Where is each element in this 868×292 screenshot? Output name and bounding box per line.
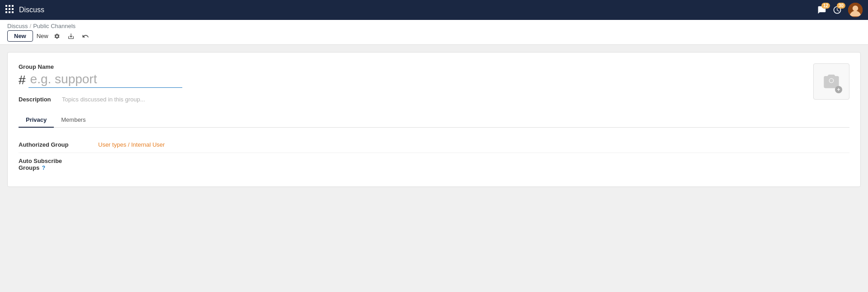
svg-rect-0 [5, 5, 7, 7]
clock-badge: 30 [837, 3, 845, 9]
tab-members[interactable]: Members [54, 113, 93, 128]
group-name-label: Group Name [19, 63, 849, 70]
plus-badge: + [835, 86, 842, 93]
user-avatar[interactable] [848, 3, 863, 17]
camera-icon-wrap: + [822, 72, 840, 91]
authorized-group-row: Authorized Group User types / Internal U… [19, 137, 849, 153]
group-name-input[interactable] [28, 72, 182, 88]
help-icon[interactable]: ? [42, 165, 45, 171]
description-row: Description [19, 95, 849, 104]
clock-icon-btn[interactable]: 30 [833, 5, 842, 14]
breadcrumb-separator: / [30, 23, 32, 29]
form-card: + Group Name # Description Privacy Membe… [7, 52, 861, 187]
main-content: + Group Name # Description Privacy Membe… [0, 45, 868, 194]
authorized-group-value[interactable]: User types / Internal User [98, 141, 165, 148]
description-label: Description [19, 96, 55, 103]
tab-privacy[interactable]: Privacy [19, 113, 54, 128]
svg-rect-1 [9, 5, 10, 7]
breadcrumb-discuss[interactable]: Discuss [7, 23, 28, 29]
record-label: New [37, 33, 48, 39]
authorized-group-label: Authorized Group [19, 141, 91, 148]
svg-rect-3 [5, 8, 7, 10]
app-title: Discuss [19, 6, 44, 14]
svg-rect-7 [9, 11, 10, 13]
nav-right: 12 30 [817, 3, 863, 17]
grid-icon[interactable] [5, 5, 14, 15]
description-input[interactable] [62, 95, 849, 104]
auto-subscribe-text: Auto SubscribeGroups [19, 158, 62, 171]
nav-left: Discuss [5, 5, 44, 15]
auto-subscribe-row: Auto SubscribeGroups ? [19, 153, 849, 176]
group-name-row: # [19, 72, 849, 88]
messages-icon-btn[interactable]: 12 [817, 5, 826, 14]
tabs-row: Privacy Members [19, 113, 849, 128]
messages-badge: 12 [821, 3, 830, 9]
svg-rect-2 [12, 5, 14, 7]
svg-rect-5 [12, 8, 14, 10]
record-action-row: New New [7, 30, 861, 44]
new-button[interactable]: New [7, 30, 33, 42]
hash-symbol: # [19, 74, 26, 86]
action-bar: Discuss / Public Channels New New [0, 20, 868, 45]
svg-point-10 [853, 5, 858, 11]
privacy-tab-content: Authorized Group User types / Internal U… [19, 137, 849, 176]
top-navigation: Discuss 12 30 [0, 0, 868, 20]
breadcrumb-public-channels[interactable]: Public Channels [33, 23, 76, 29]
discard-button[interactable] [80, 32, 91, 41]
svg-rect-8 [12, 11, 14, 13]
image-upload-placeholder[interactable]: + [813, 63, 849, 100]
svg-rect-6 [5, 11, 7, 13]
breadcrumb: Discuss / Public Channels [7, 23, 861, 29]
save-manually-button[interactable] [66, 32, 76, 41]
svg-rect-4 [9, 8, 10, 10]
settings-icon-btn[interactable] [52, 32, 62, 40]
auto-subscribe-label: Auto SubscribeGroups ? [19, 158, 91, 171]
